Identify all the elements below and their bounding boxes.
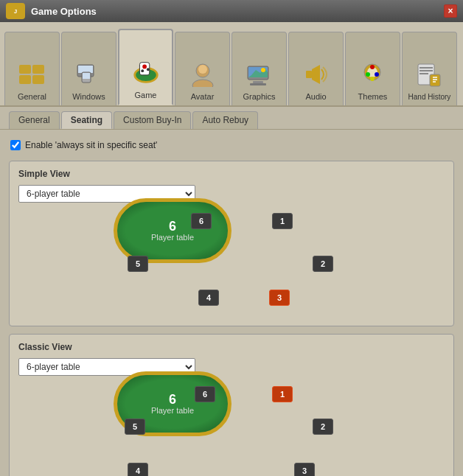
svg-rect-0 [19,65,31,74]
subtab-general[interactable]: General [9,111,60,129]
svg-rect-31 [420,67,433,69]
tab-general[interactable]: General [4,32,60,105]
avatar-icon [188,60,217,89]
title-bar: J Game Options × [0,0,463,22]
svg-point-10 [142,65,147,69]
svg-rect-32 [420,70,433,71]
tab-audio-label: Audio [305,92,326,101]
svg-rect-3 [32,75,44,84]
game-icon [131,58,161,88]
tab-themes[interactable]: Themes [345,32,400,105]
tab-windows-label: Windows [72,92,105,101]
sub-tabs: General Seating Custom Buy-In Auto Rebuy [0,107,463,130]
subtab-auto-rebuy[interactable]: Auto Rebuy [192,111,258,129]
svg-rect-7 [83,73,90,79]
tab-game[interactable]: Game [118,29,173,105]
simple-seat-3[interactable]: 3 [269,290,290,306]
subtab-seating[interactable]: Seating [61,111,112,129]
svg-rect-22 [306,71,312,78]
classic-seat-1[interactable]: 1 [272,386,293,402]
svg-point-28 [366,72,370,77]
hand-history-icon [414,60,444,90]
svg-point-27 [375,72,379,77]
audio-icon [302,60,331,89]
simple-seat-6[interactable]: 6 [191,213,212,229]
checkbox-row: Enable 'always sit in specific seat' [9,137,454,153]
tab-themes-label: Themes [358,92,388,101]
svg-marker-23 [312,65,320,84]
window-title: Game Options [31,6,444,17]
themes-icon [358,60,387,89]
tab-game-label: Game [135,91,157,99]
tab-avatar-label: Avatar [191,92,215,101]
simple-table-num: 6 [169,220,176,233]
windows-icon [74,60,103,89]
svg-point-15 [198,65,207,74]
close-button[interactable]: × [444,4,457,18]
simple-view-dropdown-row: 6-player table 9-player table 2-player t… [18,185,445,203]
simple-seat-5[interactable]: 5 [128,256,148,272]
graphics-icon [245,60,274,89]
seat-checkbox-label[interactable]: Enable 'always sit in specific seat' [25,140,157,150]
svg-rect-34 [430,74,440,86]
svg-rect-1 [32,65,44,74]
tab-general-label: General [18,92,46,101]
simple-view-title: Simple View [18,169,445,179]
classic-seat-2[interactable]: 2 [313,419,333,435]
general-icon [17,60,46,89]
simple-table-label: Player table [151,233,194,242]
nav-tabs: General Windows Game [0,22,463,107]
svg-rect-33 [420,73,428,74]
classic-view-table-layout: 6 Player table 1 2 3 4 5 6 [125,383,338,476]
simple-poker-table: 6 Player table [114,198,232,263]
tab-hand-history-label: Hand History [408,93,451,101]
tab-graphics-label: Graphics [243,92,276,101]
tab-avatar[interactable]: Avatar [175,32,230,105]
classic-view-title: Classic View [18,342,445,352]
classic-seat-5[interactable]: 5 [125,419,145,435]
svg-point-11 [146,68,149,71]
subtab-custom-buy-in[interactable]: Custom Buy-In [114,111,191,129]
svg-rect-20 [253,81,263,83]
classic-view-panel: Classic View 6-player table 9-player tab… [9,334,454,476]
tab-hand-history[interactable]: Hand History [402,32,457,105]
svg-point-14 [192,80,213,87]
main-content: Enable 'always sit in specific seat' Sim… [0,130,463,476]
simple-view-table-layout: 6 Player table 1 2 3 4 5 6 [125,210,338,317]
simple-view-panel: Simple View 6-player table 9-player tabl… [9,161,454,326]
simple-seat-1[interactable]: 1 [272,213,293,229]
tab-windows[interactable]: Windows [61,32,116,105]
svg-rect-2 [19,75,31,84]
app-logo: J [6,3,25,19]
svg-rect-21 [250,83,266,85]
tab-graphics[interactable]: Graphics [232,32,287,105]
classic-table-num: 6 [169,393,176,406]
svg-point-12 [141,69,144,72]
classic-table-label: Player table [151,406,194,415]
classic-view-dropdown-row: 6-player table 9-player table 2-player t… [18,358,445,376]
svg-point-19 [261,68,265,72]
simple-seat-2[interactable]: 2 [313,256,333,272]
tab-audio[interactable]: Audio [288,32,344,105]
classic-seat-6[interactable]: 6 [195,386,215,402]
enable-seat-checkbox[interactable] [10,140,21,150]
simple-seat-4[interactable]: 4 [198,290,219,306]
svg-point-29 [370,77,375,81]
classic-seat-4[interactable]: 4 [128,463,148,476]
classic-seat-3[interactable]: 3 [294,463,315,476]
svg-point-26 [370,65,375,69]
